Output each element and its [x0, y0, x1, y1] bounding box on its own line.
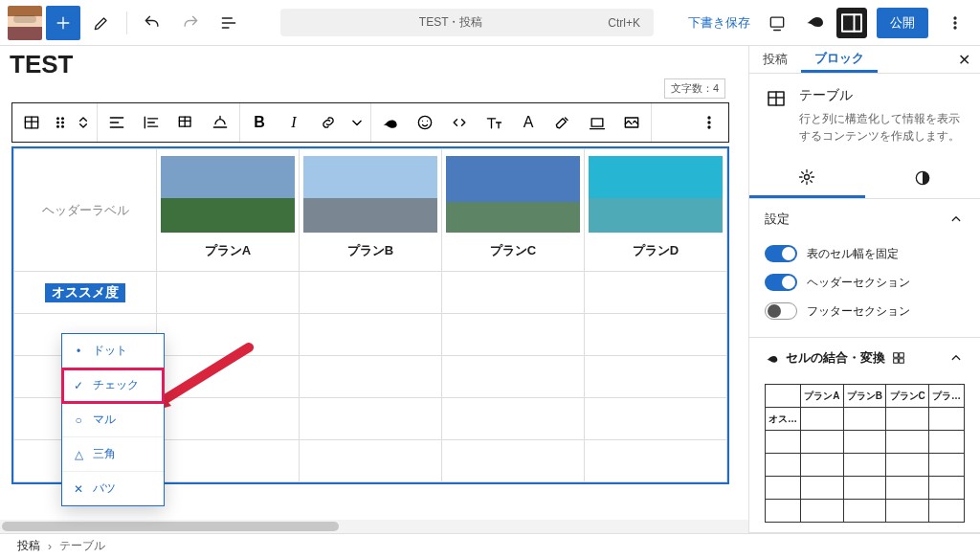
background-button[interactable]: [614, 103, 649, 142]
table-cell[interactable]: [157, 314, 300, 356]
chevron-up-icon: [947, 349, 965, 367]
emoji-button[interactable]: [408, 103, 442, 142]
chevron-up-icon: [947, 211, 965, 228]
section-settings-header[interactable]: 設定: [749, 199, 980, 239]
tab-post[interactable]: 投稿: [749, 46, 801, 73]
table-cell[interactable]: [300, 398, 442, 440]
svg-point-10: [57, 125, 59, 127]
highlight-button[interactable]: [546, 103, 580, 142]
swell-format-button[interactable]: [373, 103, 408, 142]
swell-small-icon: [765, 350, 780, 366]
move-up-down[interactable]: [72, 103, 95, 142]
svg-point-3: [954, 22, 956, 24]
text-color-button[interactable]: A: [511, 103, 546, 142]
redo-button[interactable]: [173, 6, 208, 40]
breadcrumb-current[interactable]: テーブル: [59, 538, 105, 554]
table-cell[interactable]: [300, 356, 442, 398]
svg-point-6: [57, 118, 59, 120]
align-left-button[interactable]: [100, 103, 134, 142]
plan-d-header[interactable]: プランD: [585, 149, 727, 272]
italic-button[interactable]: I: [277, 103, 311, 142]
plan-a-header[interactable]: プランA: [157, 149, 300, 272]
table-cell[interactable]: [157, 440, 300, 482]
add-block-button[interactable]: [46, 6, 80, 40]
border-button[interactable]: [580, 103, 614, 142]
popup-item-triangle[interactable]: △三角: [62, 437, 164, 472]
table-cell[interactable]: [442, 272, 585, 314]
plan-b-header[interactable]: プランB: [300, 149, 442, 272]
save-draft-link[interactable]: 下書き保存: [688, 14, 750, 32]
avatar[interactable]: [8, 6, 42, 40]
svg-point-8: [57, 122, 59, 123]
block-type-button[interactable]: [14, 103, 49, 142]
toggle-footer-section[interactable]: [765, 302, 797, 320]
close-sidebar-button[interactable]: ✕: [958, 51, 970, 69]
toggle-label: フッターセクション: [807, 303, 910, 320]
swell-icon[interactable]: [804, 9, 827, 36]
settings-sidebar: 投稿 ブロック ✕ テーブル 行と列に構造化して情報を表示するコンテンツを作成し…: [748, 46, 980, 533]
plan-c-header[interactable]: プランC: [442, 149, 585, 272]
table-icon: [765, 87, 788, 110]
section-merge-header[interactable]: セルの結合・変換: [749, 338, 980, 378]
selected-cell[interactable]: オススメ度: [14, 272, 157, 314]
horizontal-scrollbar[interactable]: [0, 520, 748, 533]
table-cell[interactable]: [585, 356, 727, 398]
block-options-button[interactable]: [692, 103, 726, 142]
align-center-button[interactable]: [134, 103, 168, 142]
sub-tab-settings[interactable]: [749, 158, 865, 198]
svg-point-4: [954, 27, 956, 29]
link-button[interactable]: [311, 103, 345, 142]
tab-block[interactable]: ブロック: [801, 46, 878, 73]
toggle-fixed-width[interactable]: [765, 245, 797, 262]
table-cell[interactable]: [300, 272, 442, 314]
header-label-cell[interactable]: ヘッダーラベル: [42, 203, 129, 217]
sub-tab-styles[interactable]: [865, 158, 981, 198]
table-cell[interactable]: [442, 314, 585, 356]
toggle-header-section[interactable]: [765, 274, 797, 291]
table-cell[interactable]: [585, 272, 727, 314]
table-cell[interactable]: [442, 440, 585, 482]
undo-button[interactable]: [135, 6, 169, 40]
popup-item-cross[interactable]: ✕バツ: [62, 472, 164, 505]
breadcrumb: 投稿 › テーブル: [0, 533, 980, 558]
svg-point-2: [954, 17, 956, 19]
popup-item-check[interactable]: ✓チェック: [62, 368, 164, 403]
plan-a-image: [161, 156, 295, 233]
cross-icon: ✕: [72, 482, 85, 496]
svg-point-17: [708, 122, 710, 123]
table-style-button[interactable]: [203, 103, 237, 142]
table-cell[interactable]: [585, 314, 727, 356]
table-cell[interactable]: [585, 398, 727, 440]
table-cell[interactable]: [442, 398, 585, 440]
popup-item-circle[interactable]: ○マル: [62, 403, 164, 437]
more-format-button[interactable]: [345, 103, 368, 142]
icon-picker-popup: •ドット ✓チェック ○マル △三角 ✕バツ: [61, 333, 165, 506]
table-cell[interactable]: [442, 356, 585, 398]
mini-table-preview[interactable]: プランA プランB プランC プラ… オス…: [765, 384, 965, 523]
shortcut-hint: Ctrl+K: [608, 16, 640, 30]
edit-mode-button[interactable]: [84, 6, 119, 40]
font-size-button[interactable]: [477, 103, 511, 142]
more-menu-button[interactable]: [938, 6, 972, 40]
bold-button[interactable]: B: [242, 103, 277, 142]
drag-handle[interactable]: [49, 103, 72, 142]
svg-rect-23: [900, 353, 904, 358]
sidebar-toggle-button[interactable]: [836, 8, 867, 38]
publish-button[interactable]: 公開: [877, 8, 928, 38]
page-title[interactable]: TEST: [0, 46, 741, 83]
contrast-icon: [913, 168, 932, 188]
edit-table-button[interactable]: [168, 103, 203, 142]
table-cell[interactable]: [300, 314, 442, 356]
code-button[interactable]: [442, 103, 477, 142]
preview-button[interactable]: [760, 6, 794, 40]
table-cell[interactable]: [300, 440, 442, 482]
table-cell[interactable]: [157, 356, 300, 398]
table-cell[interactable]: [157, 398, 300, 440]
title-bar[interactable]: TEST・投稿 Ctrl+K: [280, 9, 654, 36]
document-outline-button[interactable]: [212, 6, 246, 40]
table-cell[interactable]: [585, 440, 727, 482]
popup-item-dot[interactable]: •ドット: [62, 334, 164, 368]
svg-point-13: [418, 116, 431, 128]
breadcrumb-root[interactable]: 投稿: [17, 538, 40, 554]
table-cell[interactable]: [157, 272, 300, 314]
